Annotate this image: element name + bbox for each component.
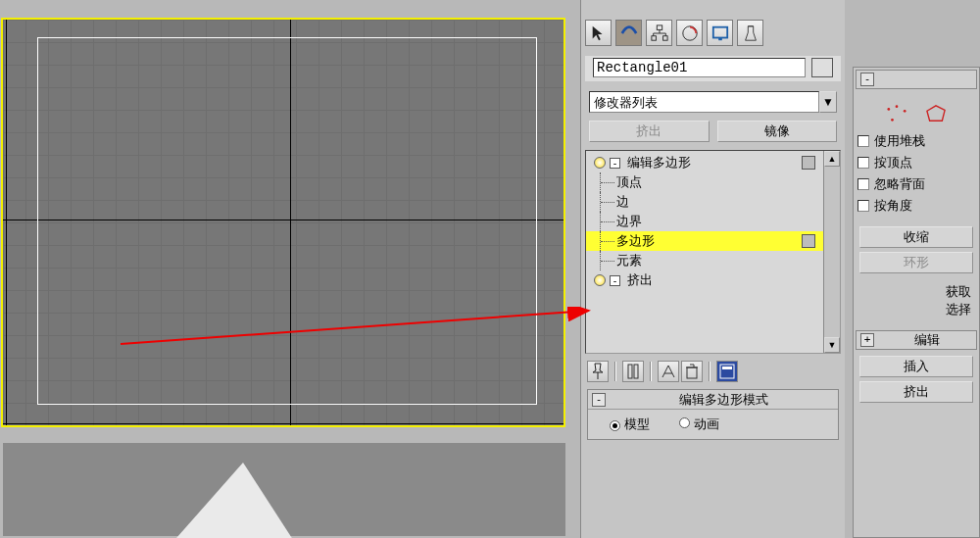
rollout-title: 编辑多边形模式 xyxy=(610,391,838,409)
modifier-list-dropdown[interactable]: ▼ xyxy=(819,91,837,113)
stack-label: 挤出 xyxy=(625,271,653,289)
insert-button[interactable]: 插入 xyxy=(859,356,973,377)
select-tab[interactable] xyxy=(585,20,612,46)
viewport-front[interactable] xyxy=(1,18,565,427)
utilities-tab[interactable] xyxy=(737,20,763,46)
show-end-result-icon[interactable] xyxy=(622,361,644,382)
get-label: 获取 xyxy=(858,283,975,301)
stack-box-icon[interactable] xyxy=(802,234,815,248)
object-name-input[interactable] xyxy=(593,58,806,77)
remove-modifier-icon[interactable] xyxy=(681,361,703,382)
modify-panel: 修改器列表 ▼ 挤出 镜像 - 编辑多边形 顶点 边 边界 多边 xyxy=(580,0,845,538)
svg-rect-5 xyxy=(718,37,722,40)
object-color-swatch[interactable] xyxy=(811,58,833,77)
collapse-toggle[interactable]: - xyxy=(610,275,620,286)
stack-sub-element[interactable]: 元素 xyxy=(586,251,823,270)
svg-rect-0 xyxy=(657,24,662,29)
svg-rect-2 xyxy=(662,35,667,40)
scroll-up-icon[interactable]: ▲ xyxy=(824,151,840,167)
stack-tool-row xyxy=(587,360,839,383)
modifier-stack: - 编辑多边形 顶点 边 边界 多边形 元素 - 挤出 xyxy=(585,150,841,354)
collapse-toggle[interactable]: - xyxy=(610,158,620,169)
stack-sub-border[interactable]: 边界 xyxy=(586,212,823,231)
lightbulb-icon[interactable] xyxy=(594,274,606,286)
svg-rect-10 xyxy=(722,367,732,369)
rollout-header[interactable]: - 编辑多边形模式 xyxy=(588,390,838,410)
polygon-selection-icon[interactable] xyxy=(924,104,948,123)
lightbulb-icon[interactable] xyxy=(594,157,606,169)
motion-tab[interactable] xyxy=(676,20,703,46)
command-panel-tabs xyxy=(581,0,845,52)
stack-item-edit-poly[interactable]: - 编辑多边形 xyxy=(586,153,823,172)
configure-icon[interactable] xyxy=(716,361,738,382)
stack-item-extrude[interactable]: - 挤出 xyxy=(586,270,823,290)
mode-anim-radio[interactable]: 动画 xyxy=(679,416,719,433)
vertex-selection-icon[interactable] xyxy=(885,104,908,123)
minus-icon: - xyxy=(592,393,606,407)
viewport-object-tri xyxy=(170,463,297,538)
svg-rect-4 xyxy=(712,26,726,37)
edit-rollout-header[interactable]: +编辑 xyxy=(856,330,977,350)
use-stack-checkbox[interactable]: 使用堆栈 xyxy=(858,130,975,152)
by-vertex-checkbox[interactable]: 按顶点 xyxy=(858,152,975,173)
viewport-perspective[interactable] xyxy=(3,443,565,536)
modifier-list-combo[interactable]: 修改器列表 xyxy=(589,91,819,113)
stack-scrollbar[interactable]: ▲ ▼ xyxy=(823,151,840,353)
stack-sub-polygon[interactable]: 多边形 xyxy=(586,231,823,251)
svg-rect-6 xyxy=(628,365,632,378)
sel-label: 选择 xyxy=(858,301,975,318)
pin-icon[interactable] xyxy=(587,361,609,382)
scroll-down-icon[interactable]: ▼ xyxy=(824,337,840,353)
stack-sub-vertex[interactable]: 顶点 xyxy=(586,172,823,192)
ignore-back-checkbox[interactable]: 忽略背面 xyxy=(858,173,975,195)
svg-point-13 xyxy=(904,110,906,113)
shrink-button[interactable]: 收缩 xyxy=(859,226,973,248)
viewport-object-rect[interactable] xyxy=(37,37,537,405)
make-unique-icon[interactable] xyxy=(658,361,679,382)
mode-model-radio[interactable]: 模型 xyxy=(610,416,650,433)
by-angle-checkbox[interactable]: 按角度 xyxy=(858,195,975,217)
svg-point-14 xyxy=(891,119,894,122)
stack-sub-edge[interactable]: 边 xyxy=(586,192,823,212)
ring-button[interactable]: 环形 xyxy=(859,252,973,273)
mirror-button[interactable]: 镜像 xyxy=(717,121,838,142)
hierarchy-tab[interactable] xyxy=(646,20,672,46)
svg-rect-1 xyxy=(651,35,656,40)
stack-label: 编辑多边形 xyxy=(625,154,691,171)
svg-rect-7 xyxy=(634,365,638,378)
selection-rollout-header[interactable]: - xyxy=(856,70,977,89)
selection-panel: - 使用堆栈 按顶点 忽略背面 按角度 收缩 环形 获取 选择 +编辑 插入 挤… xyxy=(853,67,980,538)
svg-point-11 xyxy=(887,108,890,111)
stack-box-icon[interactable] xyxy=(802,156,815,170)
extrude2-button[interactable]: 挤出 xyxy=(859,381,973,403)
display-tab[interactable] xyxy=(707,20,733,46)
svg-point-12 xyxy=(896,105,899,108)
svg-rect-8 xyxy=(687,367,697,378)
extrude-button[interactable]: 挤出 xyxy=(589,121,710,142)
edit-poly-mode-rollout: - 编辑多边形模式 模型 动画 xyxy=(587,389,839,440)
modify-tab[interactable] xyxy=(615,20,642,46)
